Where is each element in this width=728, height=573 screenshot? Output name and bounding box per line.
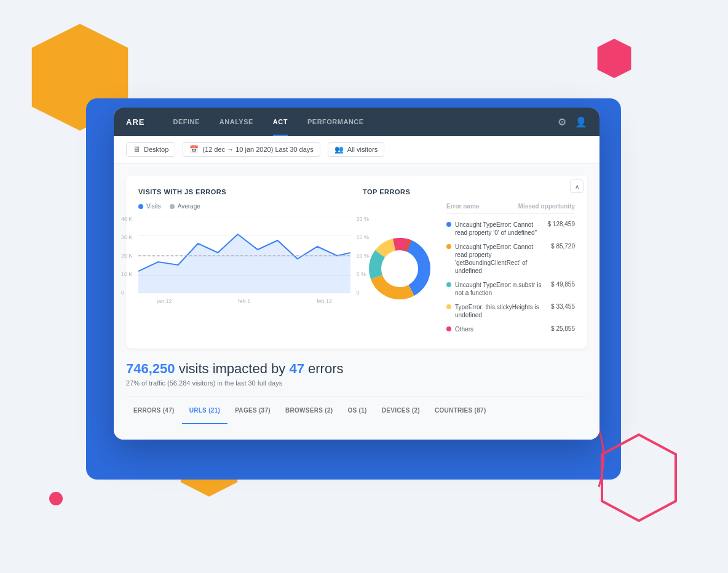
visits-count: 746,250 (126, 361, 175, 376)
error-text-0: Uncaught TypeError: Cannot read property… (455, 221, 542, 237)
svg-marker-1 (598, 39, 631, 78)
visits-chart-title: VISITS WITH JS ERRORS (138, 188, 350, 196)
visitors-label: All visitors (347, 146, 378, 153)
error-row-3: TypeError: this.stickyHeights is undefin… (446, 300, 575, 322)
error-dot-0 (446, 222, 451, 227)
error-value-2: $ 49,855 (551, 281, 575, 288)
visitors-filter[interactable]: 👥 All visitors (328, 142, 385, 157)
error-dot-1 (446, 244, 451, 249)
tab-urls[interactable]: URLS (21) (182, 405, 228, 416)
desktop-icon: 🖥 (133, 145, 140, 154)
nav-item-analyse[interactable]: ANALYSE (210, 108, 263, 136)
errors-count: 47 (289, 361, 304, 376)
error-value-3: $ 33,455 (551, 303, 575, 310)
settings-icon[interactable]: ⚙ (558, 116, 566, 128)
error-name-4: Others (446, 325, 551, 333)
nav-brand: ARE (126, 117, 144, 127)
legend-dot-average (170, 204, 175, 209)
user-icon[interactable]: 👤 (575, 116, 587, 128)
errors-table-header: Error name Missed opportunity (446, 203, 575, 214)
app-nav: ARE DEFINE ANALYSE ACT PERFORMANCE ⚙ 👤 (114, 108, 599, 136)
nav-items: DEFINE ANALYSE ACT PERFORMANCE (163, 108, 558, 136)
error-name-0: Uncaught TypeError: Cannot read property… (446, 221, 548, 237)
donut-container: Error name Missed opportunity Uncaught T… (363, 203, 575, 336)
tab-browsers[interactable]: BROWSERS (2) (278, 405, 341, 416)
summary-text-middle: visits impacted by (179, 361, 286, 376)
svg-point-17 (382, 251, 417, 286)
error-value-1: $ 85,720 (551, 243, 575, 250)
error-dot-4 (446, 326, 451, 331)
bg-hex-pink (593, 37, 636, 80)
calendar-icon: 📅 (189, 145, 199, 154)
errors-table: Error name Missed opportunity Uncaught T… (446, 203, 575, 336)
bg-dot-pink (49, 492, 63, 505)
app-content: ∧ VISITS WITH JS ERRORS Visits Average (114, 164, 599, 440)
tab-os[interactable]: OS (1) (340, 405, 374, 416)
y-label-10k: 10 K (121, 271, 133, 277)
chart-legend: Visits Average (138, 203, 350, 210)
error-text-4: Others (455, 325, 473, 333)
error-name-2: Uncaught TypeError: n.substr is not a fu… (446, 281, 551, 297)
y-label-30k: 30 K (121, 234, 133, 240)
error-value-4: $ 25,855 (551, 325, 575, 332)
y-label-20k: 20 K (121, 253, 133, 259)
legend-dot-visits (138, 204, 143, 209)
error-dot-2 (446, 282, 451, 287)
summary-sub: 27% of traffic (56,284 visitors) in the … (126, 379, 587, 387)
legend-label-visits: Visits (146, 203, 161, 210)
tab-devices[interactable]: DEVICES (2) (374, 405, 427, 416)
tab-errors[interactable]: ERRORS (47) (126, 405, 182, 416)
y-label-40k: 40 K (121, 216, 133, 222)
x-labels: jan.12 feb.1 feb.12 (138, 298, 350, 304)
error-row-0: Uncaught TypeError: Cannot read property… (446, 218, 575, 240)
date-filter[interactable]: 📅 (12 dec → 10 jan 2020) Last 30 days (183, 142, 320, 157)
date-label: (12 dec → 10 jan 2020) Last 30 days (202, 146, 313, 153)
legend-label-average: Average (178, 203, 200, 210)
nav-item-define[interactable]: DEFINE (163, 108, 209, 136)
device-filter[interactable]: 🖥 Desktop (126, 142, 175, 157)
error-name-1: Uncaught TypeError: Cannot read property… (446, 243, 551, 275)
error-text-2: Uncaught TypeError: n.substr is not a fu… (455, 281, 545, 297)
top-errors-panel: TOP ERRORS (363, 188, 575, 336)
error-value-0: $ 128,459 (548, 221, 576, 227)
summary-section: 746,250 visits impacted by 47 errors 27%… (126, 361, 587, 397)
nav-item-act[interactable]: ACT (263, 108, 298, 136)
error-row-1: Uncaught TypeError: Cannot read property… (446, 240, 575, 278)
y-label-0: 0 (121, 290, 133, 296)
line-chart-container: 40 K 30 K 20 K 10 K 0 (138, 216, 350, 296)
line-chart-panel: VISITS WITH JS ERRORS Visits Average (138, 188, 350, 336)
line-chart-svg (138, 216, 350, 296)
tab-countries[interactable]: COUNTRIES (87) (427, 405, 494, 416)
x-label-feb12: feb.12 (317, 298, 332, 304)
col-error-name: Error name (446, 203, 479, 210)
top-errors-title: TOP ERRORS (363, 188, 575, 196)
error-row-2: Uncaught TypeError: n.substr is not a fu… (446, 278, 575, 300)
visitors-icon: 👥 (334, 145, 344, 154)
tab-pages[interactable]: PAGES (37) (228, 405, 278, 416)
error-text-3: TypeError: this.stickyHeights is undefin… (455, 303, 545, 319)
nav-right: ⚙ 👤 (558, 116, 587, 128)
error-dot-3 (446, 304, 451, 309)
summary-text-end: errors (308, 361, 343, 376)
legend-visits: Visits (138, 203, 161, 210)
y-labels-left: 40 K 30 K 20 K 10 K 0 (121, 216, 133, 296)
device-label: Desktop (144, 146, 168, 153)
error-text-1: Uncaught TypeError: Cannot read property… (455, 243, 545, 275)
donut-chart (363, 232, 437, 308)
app-window: ARE DEFINE ANALYSE ACT PERFORMANCE ⚙ 👤 🖥… (114, 108, 599, 440)
filter-bar: 🖥 Desktop 📅 (12 dec → 10 jan 2020) Last … (114, 136, 599, 164)
charts-row: VISITS WITH JS ERRORS Visits Average (138, 188, 575, 336)
error-row-4: Others $ 25,855 (446, 322, 575, 336)
summary-main: 746,250 visits impacted by 47 errors (126, 361, 587, 377)
tabs-row: ERRORS (47) URLS (21) PAGES (37) BROWSER… (126, 397, 587, 416)
charts-section: ∧ VISITS WITH JS ERRORS Visits Average (126, 176, 587, 349)
x-label-jan12: jan.12 (157, 298, 172, 304)
x-label-feb1: feb.1 (238, 298, 250, 304)
col-missed-opportunity: Missed opportunity (518, 203, 575, 210)
error-name-3: TypeError: this.stickyHeights is undefin… (446, 303, 551, 319)
legend-average: Average (170, 203, 200, 210)
nav-item-performance[interactable]: PERFORMANCE (298, 108, 374, 136)
